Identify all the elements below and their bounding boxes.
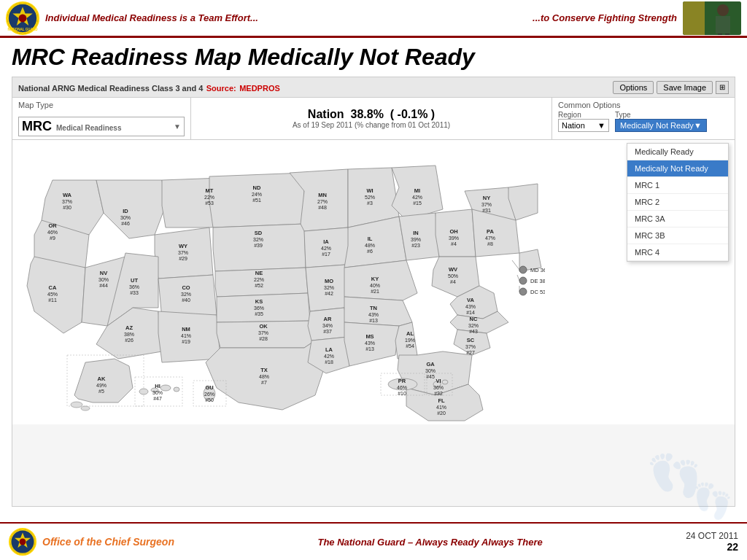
page-header: NATIONAL GUARD Individual Medical Readin… (0, 0, 747, 38)
save-image-button[interactable]: Save Image (657, 81, 713, 94)
svg-marker-38 (344, 297, 412, 326)
dropdown-item-medically-not-ready[interactable]: Medically Not Ready (627, 160, 728, 177)
svg-text:#45: #45 (426, 374, 435, 379)
region-label: Region (558, 111, 609, 119)
svg-text:42%: 42% (321, 246, 331, 251)
svg-point-204 (519, 288, 527, 295)
svg-text:#11: #11 (48, 298, 57, 303)
national-guard-logo: NATIONAL GUARD (6, 1, 39, 35)
svg-text:#21: #21 (371, 289, 379, 294)
svg-text:WI: WI (366, 187, 373, 194)
svg-text:#5: #5 (98, 389, 104, 394)
svg-text:39%: 39% (411, 237, 421, 242)
svg-text:#42: #42 (325, 291, 333, 296)
map-container: WA 37% #30 OR 46% #9 CA 45% #11 ID 30% #… (12, 140, 735, 424)
svg-text:#4: #4 (450, 279, 456, 284)
svg-text:48%: 48% (259, 374, 269, 379)
header-tagline: ...to Conserve Fighting Strength (533, 12, 677, 23)
panel-buttons: Options Save Image ⊞ (613, 81, 729, 94)
dropdown-item-mrc3b[interactable]: MRC 3B (627, 228, 728, 244)
svg-text:FL: FL (438, 397, 445, 404)
svg-text:#35: #35 (255, 311, 263, 316)
type-select[interactable]: Medically Not Ready ▼ (615, 119, 707, 132)
svg-text:TN: TN (370, 305, 377, 311)
expand-icon: ⊞ (719, 83, 725, 91)
soldier-image (683, 1, 741, 35)
footer-left: Office of the Chief Surgeon (9, 528, 174, 556)
svg-text:42%: 42% (324, 354, 334, 359)
expand-button[interactable]: ⊞ (716, 81, 729, 94)
svg-text:41%: 41% (181, 333, 191, 338)
svg-text:36%: 36% (129, 284, 139, 289)
svg-text:#6: #6 (367, 249, 373, 254)
svg-text:#10: #10 (398, 391, 406, 396)
svg-text:47%: 47% (485, 236, 495, 241)
svg-text:MT: MT (206, 187, 214, 194)
svg-text:32%: 32% (468, 323, 479, 328)
svg-text:PA: PA (487, 228, 494, 235)
svg-text:22%: 22% (204, 195, 214, 200)
svg-point-55 (81, 406, 90, 411)
dropdown-item-mrc1[interactable]: MRC 1 (627, 177, 728, 194)
svg-text:#18: #18 (325, 359, 333, 365)
svg-text:MI: MI (414, 187, 420, 194)
svg-text:#31: #31 (482, 208, 491, 213)
dropdown-item-medically-ready[interactable]: Medically Ready (627, 144, 728, 160)
svg-text:37%: 37% (465, 344, 476, 349)
svg-text:32%: 32% (253, 237, 263, 242)
dropdown-item-mrc3a[interactable]: MRC 3A (627, 211, 728, 228)
svg-text:30%: 30% (425, 368, 436, 373)
svg-text:AR: AR (324, 316, 332, 322)
svg-marker-37 (344, 260, 417, 300)
svg-text:#47: #47 (153, 396, 162, 401)
svg-text:46%: 46% (397, 385, 407, 390)
svg-text:NATIONAL GUARD: NATIONAL GUARD (7, 28, 38, 31)
svg-text:30%: 30% (152, 390, 163, 395)
dropdown-item-mrc2[interactable]: MRC 2 (627, 194, 728, 211)
svg-text:#23: #23 (411, 243, 420, 248)
svg-point-202 (519, 277, 527, 284)
svg-text:45%: 45% (47, 292, 58, 297)
svg-text:GA: GA (426, 361, 435, 368)
nation-stats: Nation 38.8% ( -0.1% ) As of 19 Sep 2011… (191, 98, 552, 139)
svg-text:#28: #28 (259, 336, 268, 341)
common-options: Common Options Region Nation ▼ Type Medi… (552, 98, 735, 139)
options-button[interactable]: Options (613, 81, 654, 94)
svg-text:36%: 36% (433, 385, 444, 390)
svg-text:#8: #8 (487, 241, 493, 246)
svg-text:#30: #30 (63, 205, 71, 210)
svg-text:46%: 46% (47, 230, 58, 235)
dropdown-item-mrc4[interactable]: MRC 4 (627, 244, 728, 261)
type-label: Type (615, 111, 707, 119)
svg-text:#15: #15 (413, 201, 422, 206)
svg-point-6 (717, 4, 729, 16)
svg-text:IA: IA (323, 238, 329, 245)
svg-text:TX: TX (260, 367, 268, 373)
svg-text:#9: #9 (50, 236, 55, 241)
map-type-sub: Medical Readiness (56, 124, 121, 132)
type-dropdown-icon: ▼ (694, 121, 702, 130)
svg-text:PR: PR (398, 378, 406, 384)
svg-text:WY: WY (179, 243, 187, 249)
svg-text:#27: #27 (466, 350, 475, 355)
svg-text:52%: 52% (365, 195, 375, 200)
dropdown-arrow-icon: ▼ (174, 122, 181, 131)
panel-header-title: National ARNG Medical Readiness Class 3 … (18, 81, 280, 94)
svg-text:26%: 26% (204, 392, 214, 397)
svg-text:AL: AL (406, 330, 414, 337)
footer-right: 24 OCT 2011 22 (686, 531, 738, 553)
svg-text:UT: UT (131, 277, 138, 284)
svg-text:#14: #14 (466, 310, 475, 315)
common-options-label: Common Options (558, 101, 729, 109)
svg-text:WV: WV (449, 266, 457, 273)
map-type-section: Map Type MRC Medical Readiness ▼ (12, 98, 191, 139)
svg-text:NY: NY (483, 195, 490, 201)
svg-point-67 (442, 380, 448, 384)
region-select[interactable]: Nation ▼ (558, 119, 609, 132)
svg-text:#3: #3 (367, 201, 373, 206)
svg-text:37%: 37% (481, 202, 492, 207)
map-type-select[interactable]: MRC Medical Readiness ▼ (18, 117, 185, 136)
region-dropdown-icon: ▼ (597, 121, 605, 130)
svg-text:HI: HI (155, 383, 160, 389)
svg-text:#19: #19 (182, 339, 190, 344)
